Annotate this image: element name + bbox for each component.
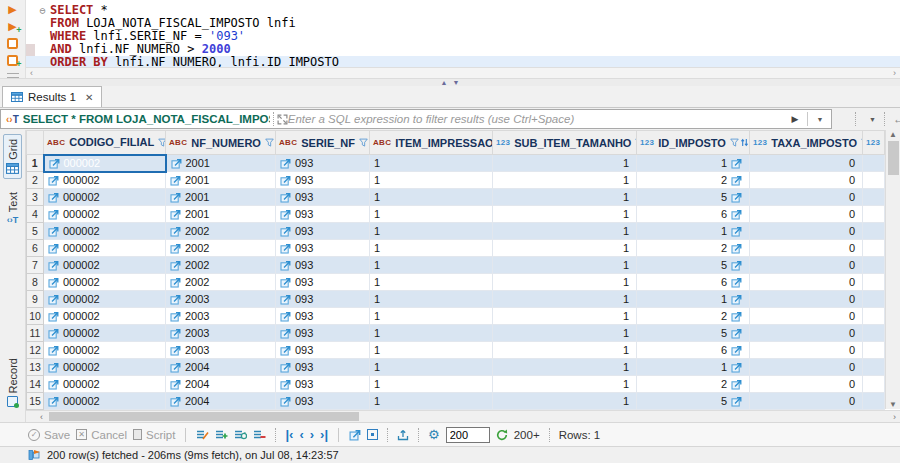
export-resultset-button[interactable] [397, 429, 409, 441]
reference-link-icon[interactable] [170, 362, 181, 373]
grid-cell[interactable] [863, 223, 885, 240]
reference-link-icon[interactable] [280, 175, 291, 186]
save-button[interactable]: ✓ Save [28, 429, 70, 441]
column-header-serie_nf[interactable]: ABCSERIE_NF [276, 131, 370, 155]
grid-cell[interactable]: 1 [493, 189, 637, 206]
grid-cell[interactable]: 1 [370, 189, 493, 206]
grid-cell[interactable]: 5 [637, 189, 750, 206]
reference-link-icon[interactable] [49, 158, 60, 169]
grid-cell[interactable]: 000002 [44, 308, 166, 325]
splitter-up-icon[interactable]: ▲ [441, 79, 448, 86]
grid-cell[interactable] [863, 240, 885, 257]
grid-cell[interactable]: 0 [750, 359, 863, 376]
grid-cell[interactable]: 000002 [44, 206, 166, 223]
filter-funnel-icon[interactable] [730, 138, 739, 147]
grid-cell[interactable]: 0 [750, 308, 863, 325]
grid-cell[interactable]: 6 [637, 206, 750, 223]
grid-cell[interactable]: 000002 [44, 240, 166, 257]
reference-link-icon[interactable] [280, 209, 291, 220]
row-header[interactable]: 5 [27, 223, 44, 240]
grid-cell[interactable]: 0 [750, 291, 863, 308]
corner-cell[interactable] [27, 131, 44, 155]
grid-cell[interactable]: 000002 [44, 274, 166, 291]
grid-cell[interactable]: 000002 [44, 189, 166, 206]
reference-link-icon[interactable] [731, 328, 742, 339]
horizontal-scroll-thumb[interactable] [49, 412, 359, 421]
execute-new-tab-button[interactable]: ▶+ [5, 20, 21, 33]
grid-cell[interactable]: 1 [493, 257, 637, 274]
grid-cell[interactable]: 5 [637, 393, 750, 410]
tab-grid[interactable]: Grid [3, 134, 22, 179]
script-button[interactable]: Script [133, 429, 175, 441]
grid-cell[interactable] [863, 172, 885, 189]
reference-link-icon[interactable] [170, 345, 181, 356]
reference-link-icon[interactable] [731, 277, 742, 288]
reference-link-icon[interactable] [280, 226, 291, 237]
reference-link-icon[interactable] [48, 362, 59, 373]
column-header-codigo_filial[interactable]: ABCCODIGO_FILIAL [44, 131, 166, 155]
grid-cell[interactable]: 0 [750, 376, 863, 393]
grid-cell[interactable]: 0 [750, 257, 863, 274]
grid-cell[interactable]: 2004 [166, 393, 276, 410]
reference-link-icon[interactable] [48, 243, 59, 254]
grid-cell[interactable]: 1 [370, 342, 493, 359]
reference-link-icon[interactable] [731, 294, 742, 305]
scroll-right-icon[interactable]: › [893, 68, 896, 78]
add-row-button[interactable] [215, 429, 228, 441]
grid-cell[interactable]: 2001 [166, 189, 276, 206]
grid-cell[interactable]: 2 [637, 308, 750, 325]
grid-cell[interactable]: 1 [370, 359, 493, 376]
scroll-right-icon[interactable]: › [893, 412, 896, 422]
grid-cell[interactable]: 093 [276, 308, 370, 325]
grid-cell[interactable] [863, 393, 885, 410]
grid-cell[interactable]: 1 [370, 223, 493, 240]
previous-row-button[interactable]: ‹ [299, 428, 303, 441]
reference-link-icon[interactable] [48, 226, 59, 237]
scroll-left-icon[interactable]: ‹ [30, 68, 33, 78]
grid-cell[interactable]: 000002 [44, 342, 166, 359]
grid-cell[interactable]: 1 [370, 393, 493, 410]
grid-cell[interactable]: 093 [276, 359, 370, 376]
reference-link-icon[interactable] [48, 294, 59, 305]
grid-cell[interactable]: 0 [750, 274, 863, 291]
grid-cell[interactable]: 1 [493, 274, 637, 291]
tab-results-1[interactable]: Results 1 ✕ [2, 86, 102, 107]
grid-cell[interactable]: 0 [750, 342, 863, 359]
grid-cell[interactable]: 1 [370, 325, 493, 342]
grid-cell[interactable]: 5 [637, 325, 750, 342]
grid-cell[interactable]: 2 [637, 172, 750, 189]
reference-link-icon[interactable] [170, 243, 181, 254]
scroll-left-icon[interactable]: ‹ [40, 412, 43, 422]
row-header[interactable]: 13 [27, 359, 44, 376]
sort-icon[interactable] [740, 138, 749, 147]
row-header[interactable]: 15 [27, 393, 44, 410]
clipped-toolbar-icon[interactable] [7, 73, 19, 78]
reference-link-icon[interactable] [280, 328, 291, 339]
grid-cell[interactable]: 093 [276, 206, 370, 223]
grid-cell[interactable]: 1 [493, 172, 637, 189]
grid-cell[interactable]: 1 [493, 376, 637, 393]
column-header-clipped[interactable]: 123 [863, 131, 885, 155]
reference-link-icon[interactable] [280, 277, 291, 288]
reference-link-icon[interactable] [170, 277, 181, 288]
row-header[interactable]: 2 [27, 172, 44, 189]
reference-link-icon[interactable] [280, 243, 291, 254]
reference-link-icon[interactable] [170, 209, 181, 220]
column-header-item_impressao[interactable]: ABCITEM_IMPRESSAO [370, 131, 493, 155]
grid-cell[interactable]: 093 [276, 291, 370, 308]
row-header[interactable]: 10 [27, 308, 44, 325]
reference-link-icon[interactable] [170, 311, 181, 322]
grid-cell[interactable]: 2004 [166, 376, 276, 393]
filter-funnel-icon[interactable] [265, 138, 274, 147]
reference-link-icon[interactable] [170, 328, 181, 339]
grid-cell[interactable]: 1 [370, 240, 493, 257]
reference-link-icon[interactable] [280, 345, 291, 356]
grid-cell[interactable]: 1 [370, 155, 493, 172]
row-header[interactable]: 9 [27, 291, 44, 308]
reference-link-icon[interactable] [170, 379, 181, 390]
grid-cell[interactable]: 1 [637, 359, 750, 376]
row-header[interactable]: 3 [27, 189, 44, 206]
goto-row-button[interactable] [349, 429, 361, 441]
scroll-up-icon[interactable]: ▲ [889, 130, 897, 139]
grid-cell[interactable]: 6 [637, 342, 750, 359]
